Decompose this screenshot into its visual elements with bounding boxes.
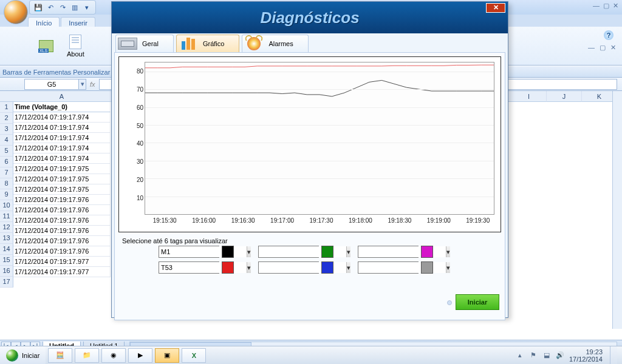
minimize-button[interactable]: — bbox=[593, 2, 600, 10]
ribbon-tab-insert[interactable]: Inserir bbox=[61, 17, 95, 27]
panel-icon bbox=[118, 38, 137, 50]
ribbon-about-button[interactable]: About bbox=[62, 32, 89, 60]
dropdown-icon[interactable]: ▾ bbox=[247, 246, 251, 257]
tab-grafico-label: Gráfico bbox=[203, 40, 224, 47]
taskbar-labview-button[interactable]: ▶ bbox=[128, 348, 152, 363]
dropdown-icon[interactable]: ▾ bbox=[446, 246, 450, 257]
header-cell[interactable]: Time (Voltage_0) bbox=[13, 102, 111, 112]
row-header[interactable]: 15 bbox=[0, 255, 13, 266]
ribbon-export-xls-button[interactable] bbox=[34, 38, 58, 55]
dropdown-icon[interactable]: ▾ bbox=[346, 262, 350, 273]
fx-icon[interactable]: fx bbox=[90, 81, 95, 88]
row-header[interactable]: 17 bbox=[0, 277, 13, 288]
tag1-color-swatch[interactable] bbox=[222, 246, 234, 258]
data-cell[interactable]: 17/12/2014 07:19:17.976 bbox=[13, 205, 111, 215]
tab-geral[interactable]: Geral bbox=[115, 35, 174, 52]
vertical-scrollbar[interactable] bbox=[612, 91, 622, 329]
row-header[interactable]: 1 bbox=[0, 102, 13, 113]
data-cell[interactable]: 17/12/2014 07:19:17.975 bbox=[13, 184, 111, 195]
dropdown-icon[interactable]: ▾ bbox=[446, 262, 450, 273]
tag3-color-swatch[interactable] bbox=[321, 246, 333, 258]
data-cell[interactable]: 17/12/2014 07:19:17.975 bbox=[13, 164, 111, 174]
qat-save-icon[interactable]: 💾 bbox=[33, 2, 43, 12]
help-button[interactable]: ? bbox=[604, 30, 613, 40]
row-header[interactable]: 2 bbox=[0, 113, 13, 124]
data-cell[interactable]: 17/12/2014 07:19:17.974 bbox=[13, 143, 111, 153]
row-header[interactable]: 7 bbox=[0, 167, 13, 178]
col-header-A[interactable]: A bbox=[13, 91, 111, 102]
taskbar-excel-button[interactable]: X bbox=[182, 348, 206, 363]
tray-dropbox-icon[interactable]: ⬓ bbox=[542, 351, 551, 359]
row-header[interactable]: 6 bbox=[0, 157, 13, 167]
data-cell[interactable]: 17/12/2014 07:19:17.977 bbox=[13, 257, 111, 267]
maximize-button[interactable]: ▢ bbox=[603, 2, 609, 10]
status-led bbox=[447, 300, 452, 305]
col-header-I[interactable]: I bbox=[511, 91, 547, 102]
row-header[interactable]: 11 bbox=[0, 211, 13, 222]
diagnostics-app-icon: ▣ bbox=[164, 351, 170, 359]
taskbar-chrome-button[interactable]: ◉ bbox=[101, 348, 126, 363]
tag5-combo[interactable]: ▾ bbox=[358, 246, 419, 258]
show-desktop-button[interactable] bbox=[610, 346, 617, 365]
data-cell[interactable]: 17/12/2014 07:19:17.974 bbox=[13, 112, 111, 123]
tag4-combo[interactable]: ▾ bbox=[258, 261, 319, 274]
dialog-close-button[interactable]: ✕ bbox=[486, 3, 505, 13]
data-cell[interactable]: 17/12/2014 07:19:17.974 bbox=[13, 153, 111, 164]
office-button[interactable] bbox=[4, 0, 28, 24]
tray-clock[interactable]: 19:23 17/12/2014 bbox=[569, 348, 605, 363]
tray-volume-icon[interactable]: 🔊 bbox=[556, 351, 564, 359]
data-cell[interactable]: 17/12/2014 07:19:17.976 bbox=[13, 226, 111, 236]
dropdown-icon[interactable]: ▾ bbox=[346, 246, 350, 257]
ribbon-tab-home[interactable]: Início bbox=[28, 17, 60, 27]
tray-expand-icon[interactable]: ▴ bbox=[516, 351, 524, 359]
name-box-dropdown[interactable]: ▾ bbox=[79, 79, 86, 90]
taskbar-diagnostics-button[interactable]: ▣ bbox=[155, 348, 179, 363]
qat-redo-icon[interactable]: ↷ bbox=[58, 2, 67, 12]
dialog-titlebar[interactable]: Diagnósticos ✕ bbox=[112, 2, 508, 33]
tag5-color-swatch[interactable] bbox=[421, 246, 433, 258]
tag3-combo[interactable]: ▾ bbox=[258, 246, 319, 258]
start-button[interactable]: Iniciar bbox=[0, 346, 46, 365]
data-cell[interactable]: 17/12/2014 07:19:17.976 bbox=[13, 236, 111, 246]
data-cell[interactable]: 17/12/2014 07:19:17.976 bbox=[13, 195, 111, 205]
row-header[interactable]: 5 bbox=[0, 146, 13, 157]
data-cell[interactable]: 17/12/2014 07:19:17.977 bbox=[13, 267, 111, 277]
wb-close-button[interactable]: ✕ bbox=[610, 44, 616, 52]
row-header[interactable]: 4 bbox=[0, 135, 13, 146]
name-box[interactable]: G5 bbox=[24, 79, 79, 90]
row-header[interactable]: 10 bbox=[0, 200, 13, 211]
dropdown-icon[interactable]: ▾ bbox=[247, 262, 251, 273]
row-header[interactable]: 14 bbox=[0, 244, 13, 255]
tray-flag-icon[interactable]: ⚑ bbox=[529, 351, 538, 359]
data-cell[interactable]: 17/12/2014 07:19:17.974 bbox=[13, 123, 111, 133]
row-header[interactable]: 9 bbox=[0, 189, 13, 200]
tab-alarmes[interactable]: Alarmes bbox=[242, 35, 308, 52]
data-cell[interactable]: 17/12/2014 07:19:17.974 bbox=[13, 133, 111, 143]
tab-grafico[interactable]: Gráfico bbox=[176, 35, 239, 52]
row-header[interactable]: 3 bbox=[0, 124, 13, 135]
wb-minimize-button[interactable]: — bbox=[588, 44, 595, 52]
calculator-icon: 🧮 bbox=[56, 351, 64, 359]
data-cell[interactable]: 17/12/2014 07:19:17.976 bbox=[13, 246, 111, 257]
row-header[interactable]: 13 bbox=[0, 233, 13, 244]
tag4-color-swatch[interactable] bbox=[321, 261, 333, 274]
taskbar-calculator-button[interactable]: 🧮 bbox=[48, 348, 72, 363]
wb-restore-button[interactable]: ▢ bbox=[600, 44, 606, 52]
tag6-combo[interactable]: ▾ bbox=[358, 261, 419, 274]
iniciar-button[interactable]: Iniciar bbox=[456, 294, 499, 310]
data-cell[interactable]: 17/12/2014 07:19:17.975 bbox=[13, 174, 111, 184]
tag6-color-swatch[interactable] bbox=[421, 261, 433, 274]
qat-print-icon[interactable]: ▥ bbox=[70, 2, 80, 12]
close-button[interactable]: ✕ bbox=[613, 2, 618, 10]
data-cell[interactable]: 17/12/2014 07:19:17.976 bbox=[13, 215, 111, 226]
tag2-combo[interactable]: ▾ bbox=[159, 261, 219, 274]
qat-dropdown-icon[interactable]: ▾ bbox=[82, 2, 92, 12]
tag2-color-swatch[interactable] bbox=[222, 261, 234, 274]
col-header-J[interactable]: J bbox=[547, 91, 582, 102]
qat-undo-icon[interactable]: ↶ bbox=[46, 2, 55, 12]
row-header[interactable]: 16 bbox=[0, 266, 13, 277]
taskbar-explorer-button[interactable]: 📁 bbox=[75, 348, 99, 363]
row-header[interactable]: 12 bbox=[0, 222, 13, 233]
row-header[interactable]: 8 bbox=[0, 178, 13, 189]
tag1-combo[interactable]: ▾ bbox=[159, 246, 219, 258]
